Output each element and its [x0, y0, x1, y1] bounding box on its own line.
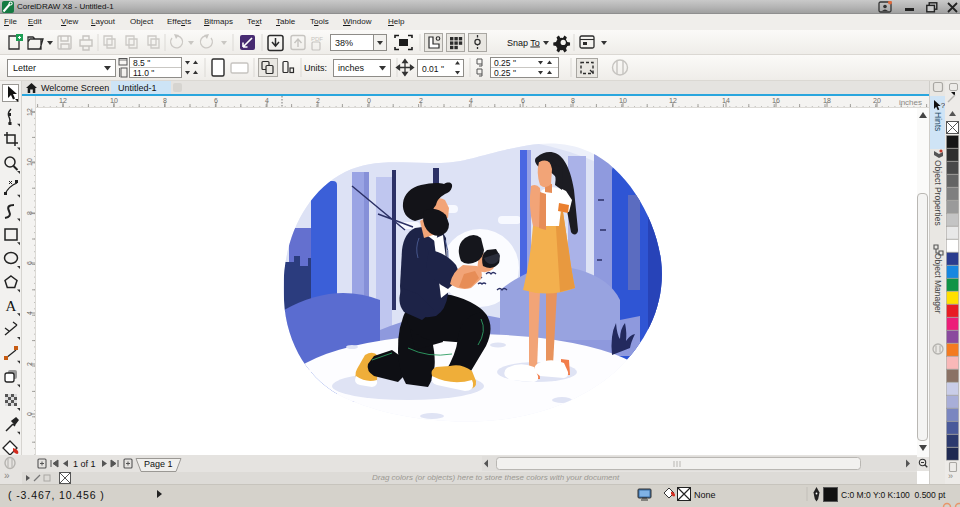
svg-text:18: 18	[823, 97, 831, 104]
svg-text:Snap To: Snap To	[507, 38, 540, 48]
svg-text:0.01 ": 0.01 "	[422, 64, 444, 74]
svg-text:12: 12	[26, 108, 33, 116]
svg-text:Letter: Letter	[13, 63, 36, 73]
svg-text:»: »	[4, 470, 10, 481]
svg-text:inches: inches	[338, 63, 365, 73]
svg-text:8.5 ": 8.5 "	[133, 58, 150, 68]
svg-text:4: 4	[26, 311, 33, 315]
svg-text:8: 8	[163, 97, 167, 104]
svg-text:0.25 ": 0.25 "	[494, 58, 516, 68]
svg-text:10: 10	[619, 97, 627, 104]
svg-text:6: 6	[26, 261, 33, 265]
svg-text:0: 0	[367, 97, 371, 104]
svg-text:Units:: Units:	[304, 63, 327, 73]
svg-text:C:0 M:0 Y:0 K:100 0.500 pt: C:0 M:0 Y:0 K:100 0.500 pt	[841, 490, 946, 500]
svg-text:inches: inches	[899, 98, 922, 107]
svg-text:Object Properties: Object Properties	[933, 160, 943, 226]
svg-text:12: 12	[59, 97, 67, 104]
svg-text:12: 12	[669, 97, 677, 104]
svg-text:1 of 1: 1 of 1	[73, 459, 96, 469]
svg-text:20: 20	[873, 97, 881, 104]
svg-text:0: 0	[26, 412, 33, 416]
svg-text:4: 4	[469, 97, 473, 104]
svg-text:A: A	[6, 298, 17, 314]
svg-text:6: 6	[214, 97, 218, 104]
svg-text:8: 8	[571, 97, 575, 104]
svg-text:None: None	[694, 490, 716, 500]
svg-text:10: 10	[26, 158, 33, 166]
svg-text:4: 4	[265, 97, 269, 104]
svg-text:16: 16	[772, 97, 780, 104]
svg-text:Object Manager: Object Manager	[933, 253, 943, 314]
svg-text:PDF: PDF	[311, 36, 323, 42]
svg-text:11.0 ": 11.0 "	[133, 68, 154, 78]
svg-text:»: »	[948, 471, 953, 481]
svg-text:38%: 38%	[335, 38, 353, 48]
svg-text:6: 6	[521, 97, 525, 104]
svg-text:Page 1: Page 1	[144, 459, 173, 469]
svg-text:2: 2	[26, 362, 33, 366]
svg-text:0.25 ": 0.25 "	[494, 68, 516, 78]
svg-text:2: 2	[316, 97, 320, 104]
svg-text:14: 14	[722, 97, 730, 104]
svg-text:2: 2	[419, 97, 423, 104]
svg-text:10: 10	[110, 97, 118, 104]
svg-text:( -3.467, 10.456 ): ( -3.467, 10.456 )	[8, 489, 105, 501]
svg-text:8: 8	[26, 211, 33, 215]
svg-text:Hints: Hints	[933, 112, 943, 131]
